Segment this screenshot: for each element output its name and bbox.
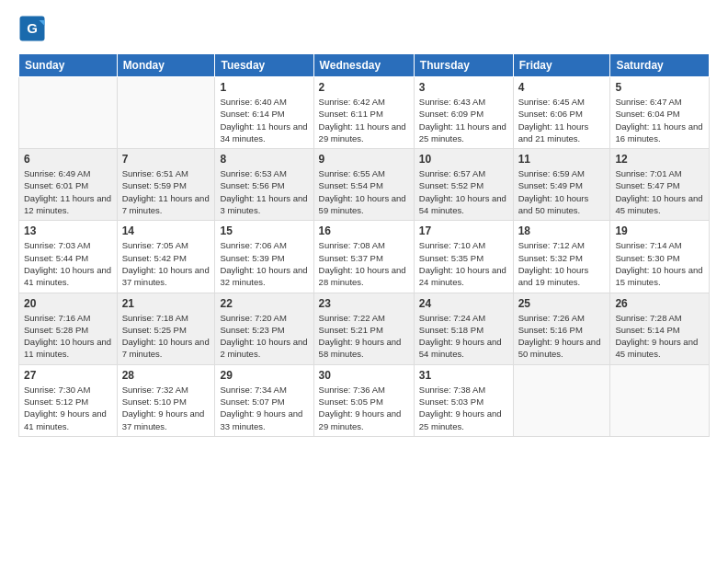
day-number: 29 <box>220 369 308 382</box>
day-info: Sunrise: 7:12 AM Sunset: 5:32 PM Dayligh… <box>518 239 606 288</box>
day-number: 2 <box>319 81 409 94</box>
calendar-cell: 3Sunrise: 6:43 AM Sunset: 6:09 PM Daylig… <box>414 77 513 149</box>
day-info: Sunrise: 6:51 AM Sunset: 5:59 PM Dayligh… <box>122 167 210 216</box>
calendar-cell: 17Sunrise: 7:10 AM Sunset: 5:35 PM Dayli… <box>414 221 513 293</box>
calendar-cell: 19Sunrise: 7:14 AM Sunset: 5:30 PM Dayli… <box>610 221 710 293</box>
calendar-cell: 20Sunrise: 7:16 AM Sunset: 5:28 PM Dayli… <box>19 293 118 364</box>
day-info: Sunrise: 7:05 AM Sunset: 5:42 PM Dayligh… <box>122 239 210 288</box>
calendar-cell <box>610 364 710 436</box>
calendar-table: SundayMondayTuesdayWednesdayThursdayFrid… <box>18 53 710 437</box>
header: G <box>18 15 710 42</box>
day-number: 20 <box>24 297 112 310</box>
day-info: Sunrise: 7:34 AM Sunset: 5:07 PM Dayligh… <box>220 384 308 432</box>
day-info: Sunrise: 7:24 AM Sunset: 5:18 PM Dayligh… <box>419 312 508 361</box>
calendar-cell: 29Sunrise: 7:34 AM Sunset: 5:07 PM Dayli… <box>215 364 313 436</box>
day-info: Sunrise: 6:53 AM Sunset: 5:56 PM Dayligh… <box>220 167 308 216</box>
calendar-cell: 6Sunrise: 6:49 AM Sunset: 6:01 PM Daylig… <box>19 149 118 221</box>
logo-icon: G <box>18 15 46 42</box>
day-info: Sunrise: 6:59 AM Sunset: 5:49 PM Dayligh… <box>518 167 606 216</box>
calendar-cell: 22Sunrise: 7:20 AM Sunset: 5:23 PM Dayli… <box>215 293 313 364</box>
calendar-cell: 14Sunrise: 7:05 AM Sunset: 5:42 PM Dayli… <box>117 221 215 293</box>
day-number: 3 <box>419 81 508 94</box>
day-number: 27 <box>24 369 112 382</box>
calendar-cell: 4Sunrise: 6:45 AM Sunset: 6:06 PM Daylig… <box>513 77 610 149</box>
calendar-cell <box>117 77 215 149</box>
calendar-cell: 16Sunrise: 7:08 AM Sunset: 5:37 PM Dayli… <box>313 221 414 293</box>
calendar-cell <box>513 364 610 436</box>
calendar-cell: 31Sunrise: 7:38 AM Sunset: 5:03 PM Dayli… <box>414 364 513 436</box>
day-info: Sunrise: 6:47 AM Sunset: 6:04 PM Dayligh… <box>615 96 704 144</box>
day-info: Sunrise: 7:08 AM Sunset: 5:37 PM Dayligh… <box>319 239 409 288</box>
day-number: 10 <box>419 153 508 166</box>
day-info: Sunrise: 6:55 AM Sunset: 5:54 PM Dayligh… <box>319 167 409 216</box>
day-info: Sunrise: 6:45 AM Sunset: 6:06 PM Dayligh… <box>518 96 606 144</box>
day-number: 15 <box>220 224 308 237</box>
calendar-cell: 5Sunrise: 6:47 AM Sunset: 6:04 PM Daylig… <box>610 77 710 149</box>
day-info: Sunrise: 7:01 AM Sunset: 5:47 PM Dayligh… <box>615 167 704 216</box>
day-number: 8 <box>220 153 308 166</box>
day-info: Sunrise: 6:40 AM Sunset: 6:14 PM Dayligh… <box>220 96 308 144</box>
calendar-cell: 28Sunrise: 7:32 AM Sunset: 5:10 PM Dayli… <box>117 364 215 436</box>
day-info: Sunrise: 7:32 AM Sunset: 5:10 PM Dayligh… <box>122 384 210 432</box>
day-number: 25 <box>518 297 606 310</box>
calendar-cell: 25Sunrise: 7:26 AM Sunset: 5:16 PM Dayli… <box>513 293 610 364</box>
day-info: Sunrise: 7:10 AM Sunset: 5:35 PM Dayligh… <box>419 239 508 288</box>
day-number: 1 <box>220 81 308 94</box>
week-row-2: 6Sunrise: 6:49 AM Sunset: 6:01 PM Daylig… <box>19 149 710 221</box>
day-info: Sunrise: 6:43 AM Sunset: 6:09 PM Dayligh… <box>419 96 508 144</box>
calendar-cell: 12Sunrise: 7:01 AM Sunset: 5:47 PM Dayli… <box>610 149 710 221</box>
weekday-header-row: SundayMondayTuesdayWednesdayThursdayFrid… <box>19 54 710 77</box>
weekday-header-tuesday: Tuesday <box>215 54 313 77</box>
day-info: Sunrise: 7:06 AM Sunset: 5:39 PM Dayligh… <box>220 239 308 288</box>
svg-text:G: G <box>27 20 38 36</box>
calendar-cell: 1Sunrise: 6:40 AM Sunset: 6:14 PM Daylig… <box>215 77 313 149</box>
calendar-cell: 13Sunrise: 7:03 AM Sunset: 5:44 PM Dayli… <box>19 221 118 293</box>
day-info: Sunrise: 7:03 AM Sunset: 5:44 PM Dayligh… <box>24 239 112 288</box>
day-number: 19 <box>615 224 704 237</box>
day-number: 7 <box>122 153 210 166</box>
calendar-cell: 24Sunrise: 7:24 AM Sunset: 5:18 PM Dayli… <box>414 293 513 364</box>
calendar-cell: 10Sunrise: 6:57 AM Sunset: 5:52 PM Dayli… <box>414 149 513 221</box>
day-info: Sunrise: 7:30 AM Sunset: 5:12 PM Dayligh… <box>24 384 112 432</box>
week-row-3: 13Sunrise: 7:03 AM Sunset: 5:44 PM Dayli… <box>19 221 710 293</box>
day-info: Sunrise: 7:38 AM Sunset: 5:03 PM Dayligh… <box>419 384 508 432</box>
calendar-cell: 8Sunrise: 6:53 AM Sunset: 5:56 PM Daylig… <box>215 149 313 221</box>
day-number: 11 <box>518 153 606 166</box>
day-info: Sunrise: 7:28 AM Sunset: 5:14 PM Dayligh… <box>615 312 704 361</box>
week-row-5: 27Sunrise: 7:30 AM Sunset: 5:12 PM Dayli… <box>19 364 710 436</box>
day-number: 13 <box>24 224 112 237</box>
day-number: 4 <box>518 81 606 94</box>
day-number: 12 <box>615 153 704 166</box>
calendar-cell: 2Sunrise: 6:42 AM Sunset: 6:11 PM Daylig… <box>313 77 414 149</box>
day-number: 18 <box>518 224 606 237</box>
logo: G <box>18 15 50 42</box>
calendar-cell: 21Sunrise: 7:18 AM Sunset: 5:25 PM Dayli… <box>117 293 215 364</box>
calendar-cell <box>19 77 118 149</box>
day-number: 31 <box>419 369 508 382</box>
day-info: Sunrise: 7:16 AM Sunset: 5:28 PM Dayligh… <box>24 312 112 361</box>
day-info: Sunrise: 7:22 AM Sunset: 5:21 PM Dayligh… <box>319 312 409 361</box>
weekday-header-saturday: Saturday <box>610 54 710 77</box>
weekday-header-thursday: Thursday <box>414 54 513 77</box>
calendar-cell: 27Sunrise: 7:30 AM Sunset: 5:12 PM Dayli… <box>19 364 118 436</box>
day-info: Sunrise: 7:14 AM Sunset: 5:30 PM Dayligh… <box>615 239 704 288</box>
week-row-1: 1Sunrise: 6:40 AM Sunset: 6:14 PM Daylig… <box>19 77 710 149</box>
day-info: Sunrise: 6:57 AM Sunset: 5:52 PM Dayligh… <box>419 167 508 216</box>
day-number: 17 <box>419 224 508 237</box>
calendar-cell: 9Sunrise: 6:55 AM Sunset: 5:54 PM Daylig… <box>313 149 414 221</box>
day-number: 30 <box>319 369 409 382</box>
calendar-cell: 23Sunrise: 7:22 AM Sunset: 5:21 PM Dayli… <box>313 293 414 364</box>
day-number: 5 <box>615 81 704 94</box>
weekday-header-sunday: Sunday <box>19 54 118 77</box>
week-row-4: 20Sunrise: 7:16 AM Sunset: 5:28 PM Dayli… <box>19 293 710 364</box>
day-number: 22 <box>220 297 308 310</box>
day-info: Sunrise: 7:36 AM Sunset: 5:05 PM Dayligh… <box>319 384 409 432</box>
weekday-header-monday: Monday <box>117 54 215 77</box>
day-number: 16 <box>319 224 409 237</box>
calendar-cell: 30Sunrise: 7:36 AM Sunset: 5:05 PM Dayli… <box>313 364 414 436</box>
day-number: 6 <box>24 153 112 166</box>
day-number: 24 <box>419 297 508 310</box>
calendar-page: G SundayMondayTuesdayWednesdayThursdayFr… <box>0 0 728 446</box>
day-info: Sunrise: 7:26 AM Sunset: 5:16 PM Dayligh… <box>518 312 606 361</box>
day-number: 23 <box>319 297 409 310</box>
